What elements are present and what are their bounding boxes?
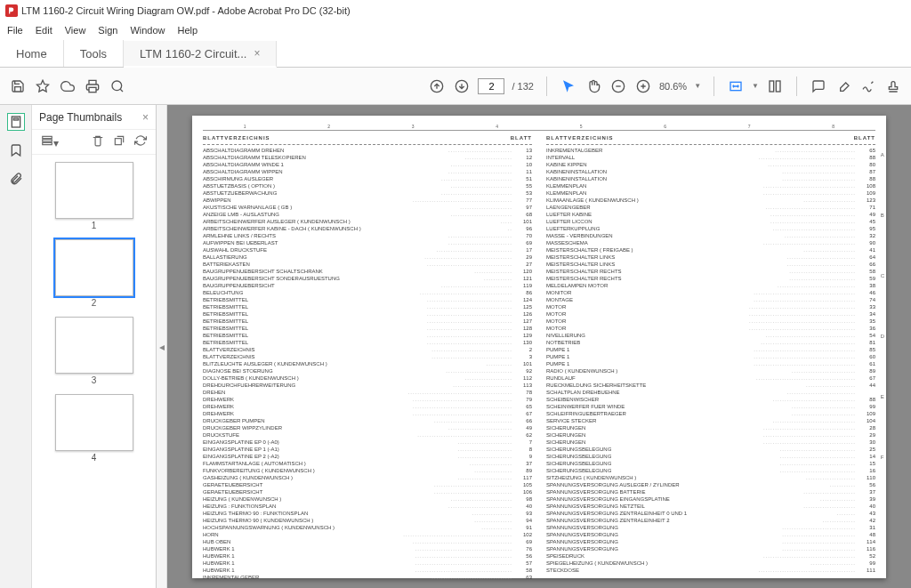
index-entry: HUBWERK 1...............................… xyxy=(203,560,532,567)
options-icon[interactable]: ▾ xyxy=(41,134,59,149)
index-entry: SCHALTPLAN DREHBUEHNE...................… xyxy=(546,389,875,396)
attachments-panel-icon[interactable] xyxy=(8,171,24,187)
index-entry: KABINE KIPPEN...........................… xyxy=(546,161,875,168)
document-view[interactable]: 12345678 ABCDEF BLATTVERZEICHNISBLATT AB… xyxy=(167,105,911,588)
fit-width-icon[interactable] xyxy=(727,77,745,95)
print-icon[interactable] xyxy=(84,77,101,95)
thumbnails-title: Page Thumbnails xyxy=(39,111,122,124)
thumbnail-number: 3 xyxy=(55,375,133,385)
menu-view[interactable]: View xyxy=(65,25,86,36)
page-up-icon[interactable] xyxy=(428,77,446,95)
sign-icon[interactable] xyxy=(859,77,877,95)
window-titlebar: LTM 1160-2 Circuit Wiring Diagram OW.pdf… xyxy=(0,0,911,21)
index-entry: BELEUCHTUNG.............................… xyxy=(203,289,532,296)
index-entry: PUMPE 1.................................… xyxy=(546,360,875,367)
index-entry: FUNKVORBEREITUNG ( KUNDENWUNSCH ).......… xyxy=(203,467,532,474)
menu-file[interactable]: File xyxy=(7,25,23,36)
star-icon[interactable] xyxy=(34,77,52,95)
pdf-page: 12345678 ABCDEF BLATTVERZEICHNISBLATT AB… xyxy=(192,116,886,578)
thumbnail-page[interactable] xyxy=(55,162,133,219)
index-entry: MOTOR...................................… xyxy=(546,325,875,332)
index-entry: SPANNUNGSVERSORGUNG.....................… xyxy=(546,524,875,531)
thumbnail-page[interactable] xyxy=(55,394,133,451)
index-entry: ABSCHALTDIAGRAMM TELESKOPIEREN..........… xyxy=(203,154,532,161)
svg-rect-15 xyxy=(43,142,52,144)
collapse-panel-button[interactable]: ◂ xyxy=(157,105,167,588)
svg-point-3 xyxy=(112,81,122,91)
menu-window[interactable]: Window xyxy=(130,25,165,36)
close-panel-icon[interactable]: × xyxy=(142,111,149,124)
index-entry: INTERVALL...............................… xyxy=(546,154,875,161)
refresh-icon[interactable] xyxy=(134,134,147,149)
hand-tool-icon[interactable] xyxy=(584,77,602,95)
index-entry: MOTOR...................................… xyxy=(546,303,875,310)
index-entry: ARBEITSCHEINWERFER AUSLEGER ( KUNDENWUNS… xyxy=(203,218,532,225)
selection-tool-icon[interactable] xyxy=(560,77,577,95)
chevron-down-icon[interactable]: ▼ xyxy=(752,82,759,90)
thumbnail-page[interactable] xyxy=(55,317,133,374)
page-down-icon[interactable] xyxy=(453,77,471,95)
menu-sign[interactable]: Sign xyxy=(98,25,117,36)
stamp-icon[interactable] xyxy=(884,77,902,95)
index-entry: KLIMAANLAGE ( KUNDENWUNSCH )............… xyxy=(546,197,875,204)
index-entry: HUBWERK 1...............................… xyxy=(203,545,532,552)
index-entry: MASSE - VERBINDUNGEN....................… xyxy=(546,232,875,239)
index-entry: BLATTVERZEICHNIS........................… xyxy=(203,346,532,353)
index-entry: BETRIEBSMITTEL..........................… xyxy=(203,339,532,346)
rotate-icon[interactable] xyxy=(113,134,125,149)
zoom-out-icon[interactable] xyxy=(609,77,627,95)
index-entry: MEISTERSCHALTER LINKS...................… xyxy=(546,254,875,261)
index-entry: ARBEITSCHEINWERFER KABINE - DACH ( KUNDE… xyxy=(203,225,532,232)
menu-help[interactable]: Help xyxy=(178,25,198,36)
index-entry: HORN....................................… xyxy=(203,531,532,538)
index-entry: LAENGENGEBER............................… xyxy=(546,204,875,211)
index-entry: INKREMENTALGEBER........................… xyxy=(203,574,532,581)
page-display-icon[interactable] xyxy=(766,77,784,95)
index-entry: MEISTERSCHALTER RECHTS..................… xyxy=(546,275,875,282)
thumbnails-panel: Page Thumbnails × ▾ 1234 xyxy=(32,105,157,588)
index-entry: BAUGRUPPENUEBERSICHT....................… xyxy=(203,282,532,289)
menu-edit[interactable]: Edit xyxy=(36,25,52,36)
highlight-icon[interactable] xyxy=(834,77,852,95)
index-entry: BETRIEBSMITTEL..........................… xyxy=(203,332,532,339)
index-entry: SPEISEDRUCK.............................… xyxy=(546,552,875,560)
index-entry: SICHERUNGSBELEGUNG......................… xyxy=(546,446,875,453)
save-icon[interactable] xyxy=(9,77,27,95)
thumbnail-page[interactable] xyxy=(55,239,133,296)
index-entry: SICHERUNGEN.............................… xyxy=(546,439,875,446)
index-entry: HEIZUNG : FUNKTIONSPLAN.................… xyxy=(203,503,532,510)
delete-icon[interactable] xyxy=(92,134,104,149)
index-entry: MEISTERSCHALTER RECHTS..................… xyxy=(546,268,875,275)
page-number-input[interactable] xyxy=(478,78,504,94)
index-entry: ABSCHIRMUNG AUSLEGER....................… xyxy=(203,175,532,182)
thumbnails-panel-icon[interactable] xyxy=(8,114,24,130)
bookmarks-panel-icon[interactable] xyxy=(8,142,24,158)
index-entry: MONTAGE.................................… xyxy=(546,296,875,303)
chevron-down-icon[interactable]: ▼ xyxy=(694,82,701,90)
index-entry: HEIZUNG THERMO 90 ( KUNDENWUNSCH )......… xyxy=(203,517,532,524)
index-entry: BETRIEBSMITTEL..........................… xyxy=(203,303,532,310)
tab-document[interactable]: LTM 1160-2 Circuit...× xyxy=(124,41,277,68)
index-entry: HOCHSPANNUNGSWARNUNG ( KUNDENWUNSCH )...… xyxy=(203,524,532,531)
index-entry: EINGANGSPLATINE EP 2 (-A2)..............… xyxy=(203,453,532,460)
index-entry: GERAETEUEBERSICHT.......................… xyxy=(203,488,532,495)
tab-home[interactable]: Home xyxy=(0,40,64,67)
comment-icon[interactable] xyxy=(810,77,827,95)
zoom-in-icon[interactable] xyxy=(634,77,652,95)
index-entry: SPANNUNGSVERSORGUNG ZENTRALEINHEIT 0 UND… xyxy=(546,510,875,517)
index-entry: SPANNUNGSVERSORGUNG NETZTEIL............… xyxy=(546,503,875,510)
menu-bar: File Edit View Sign Window Help xyxy=(0,21,911,39)
search-icon[interactable] xyxy=(109,77,126,95)
close-icon[interactable]: × xyxy=(254,47,260,60)
index-entry: HUBWERK 1...............................… xyxy=(203,567,532,574)
index-entry: SICHERUNGEN.............................… xyxy=(546,431,875,439)
thumbnails-tools: ▾ xyxy=(32,130,156,155)
index-entry: SERVICE STECKER.........................… xyxy=(546,417,875,424)
index-entry: GERAETEUEBERSICHT.......................… xyxy=(203,481,532,488)
index-entry: KLEMMENPLAN.............................… xyxy=(546,182,875,189)
tab-tools[interactable]: Tools xyxy=(64,40,124,67)
cloud-icon[interactable] xyxy=(59,77,77,95)
zoom-level[interactable]: 80.6% xyxy=(659,81,687,92)
index-entry: BAUGRUPPENUEBERSICHT SONDERAUSRUESTUNG..… xyxy=(203,275,532,282)
svg-rect-10 xyxy=(776,81,780,92)
